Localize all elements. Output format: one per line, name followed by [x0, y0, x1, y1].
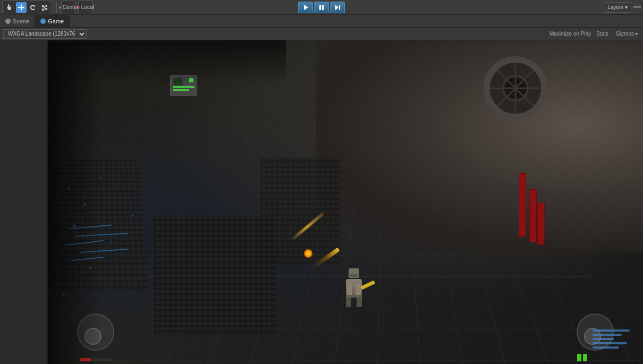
svg-rect-2: [322, 5, 324, 10]
svg-rect-4: [339, 5, 340, 10]
player-legs: [343, 298, 365, 307]
scene-tab-icon: [5, 19, 11, 24]
main-area: [0, 40, 643, 364]
game-canvas: [48, 40, 643, 364]
step-btn[interactable]: [330, 2, 345, 13]
metal-grate-2: [154, 216, 276, 333]
pause-btn[interactable]: [314, 2, 329, 13]
stats-btn[interactable]: Stats: [594, 31, 611, 37]
game-tab-label: Game: [48, 18, 64, 24]
green-bars: [577, 354, 587, 361]
collapse-btn[interactable]: [633, 6, 641, 8]
blue-ui-line-4: [593, 342, 627, 344]
play-btn[interactable]: [298, 2, 313, 13]
gizmos-arrow-icon: ▾: [635, 31, 638, 37]
spark-effect: [304, 249, 312, 258]
sub-toolbar: WXGA Landscape (1280x76 Maximize on Play…: [0, 28, 643, 40]
transform-tools: [2, 1, 52, 14]
resolution-select[interactable]: WXGA Landscape (1280x76: [3, 29, 87, 39]
player-body: [346, 279, 362, 298]
center-btn[interactable]: ● Center: [63, 2, 74, 13]
red-pillar-1: [519, 173, 526, 237]
blue-ui-lines: [593, 329, 635, 349]
gear-circle: [484, 56, 547, 120]
toolbar-sep-1: [56, 2, 57, 13]
player-character: [343, 268, 365, 295]
maximize-on-play-label[interactable]: Maximize on Play: [549, 31, 591, 37]
tab-game[interactable]: Game: [35, 15, 70, 27]
layers-btn[interactable]: Layers ▾: [604, 2, 631, 13]
scene-tab-label: Scene: [13, 18, 29, 24]
blue-ui-line-1: [593, 329, 630, 332]
blue-ui-line-3: [593, 338, 614, 340]
pivot-center-group: ● Center: [61, 1, 76, 14]
top-toolbar: ● Center ● Local Layers ▾: [0, 0, 643, 15]
green-bar-2: [583, 354, 587, 361]
center-label: Center: [63, 4, 79, 10]
game-viewport[interactable]: [48, 40, 643, 364]
red-pillar-3: [537, 202, 545, 245]
svg-marker-0: [304, 5, 308, 10]
player-head: [349, 268, 359, 278]
tab-scene[interactable]: Scene: [0, 15, 35, 27]
left-sidebar: [0, 40, 48, 364]
green-bar-1: [577, 354, 581, 361]
right-tools: Layers ▾: [604, 2, 641, 13]
tab-bar: Scene Game: [0, 15, 643, 28]
top-shadow: [48, 40, 286, 83]
local-label: Local: [81, 4, 94, 10]
rotate-tool-btn[interactable]: [28, 2, 38, 13]
metal-grate-3: [260, 157, 340, 264]
gizmos-label: Gizmos: [616, 31, 634, 37]
blue-ui-line-5: [593, 346, 619, 349]
svg-rect-1: [319, 5, 321, 10]
pivot-local-group: ● Local: [78, 1, 93, 14]
svg-marker-3: [335, 5, 339, 10]
blue-ui-line-2: [593, 334, 622, 336]
scale-tool-btn[interactable]: [39, 2, 50, 13]
local-btn[interactable]: ● Local: [80, 2, 91, 13]
play-controls: [298, 2, 345, 13]
hand-tool-btn[interactable]: [4, 2, 15, 13]
red-pillar-2: [529, 189, 537, 242]
blue-ui-element: [593, 329, 635, 356]
gizmos-btn[interactable]: Gizmos ▾: [614, 31, 640, 37]
game-tab-icon: [40, 19, 46, 24]
left-wall-shadow: [48, 40, 101, 364]
move-tool-btn[interactable]: [16, 2, 27, 13]
gear-wheel: [484, 56, 547, 120]
